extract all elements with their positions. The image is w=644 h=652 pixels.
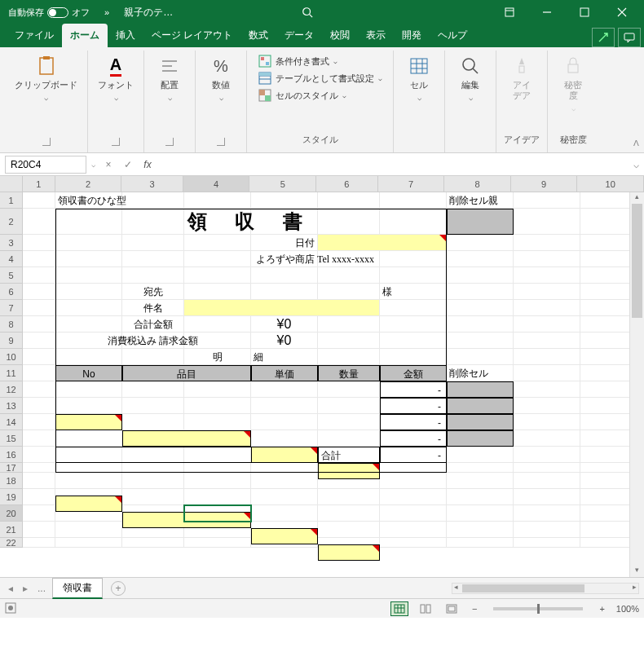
cell[interactable]: 合計 bbox=[318, 447, 380, 463]
cell[interactable] bbox=[318, 398, 380, 414]
cell[interactable] bbox=[514, 300, 580, 316]
zoom-level[interactable]: 100% bbox=[616, 604, 639, 614]
alignment-button[interactable]: 配置⌵ bbox=[151, 54, 188, 104]
cell[interactable] bbox=[184, 505, 251, 522]
cell[interactable] bbox=[55, 381, 122, 398]
cell[interactable] bbox=[184, 192, 251, 209]
cell[interactable] bbox=[184, 489, 251, 505]
cell[interactable] bbox=[55, 447, 318, 463]
cell[interactable] bbox=[23, 284, 55, 300]
cell[interactable] bbox=[447, 235, 514, 251]
row-header[interactable]: 22 bbox=[0, 538, 23, 548]
cell[interactable] bbox=[380, 522, 447, 538]
cell[interactable] bbox=[447, 381, 514, 398]
column-header[interactable]: 8 bbox=[444, 176, 511, 192]
cell[interactable] bbox=[23, 333, 55, 349]
column-header[interactable]: 7 bbox=[378, 176, 445, 192]
zoom-in-button[interactable]: + bbox=[596, 604, 607, 614]
cell[interactable] bbox=[447, 284, 514, 300]
cell[interactable] bbox=[23, 381, 55, 398]
cell[interactable] bbox=[184, 381, 251, 398]
spreadsheet-grid[interactable]: 12345678910 1234567891011121314151617181… bbox=[0, 176, 644, 577]
cell[interactable] bbox=[447, 267, 514, 284]
cell[interactable] bbox=[380, 463, 447, 473]
cell[interactable]: 日付 bbox=[251, 235, 318, 251]
zoom-slider[interactable] bbox=[493, 607, 583, 610]
cell[interactable] bbox=[23, 430, 55, 447]
select-all-cell[interactable] bbox=[0, 176, 23, 192]
cell[interactable] bbox=[514, 505, 580, 522]
cell[interactable] bbox=[122, 463, 184, 473]
zoom-out-button[interactable]: − bbox=[469, 604, 480, 614]
tab-developer[interactable]: 開発 bbox=[394, 24, 430, 47]
name-box-dropdown[interactable]: ⌵ bbox=[88, 161, 99, 169]
ideas-button[interactable]: アイ デア bbox=[503, 54, 540, 103]
cell[interactable] bbox=[514, 489, 580, 505]
share-button[interactable] bbox=[592, 28, 615, 47]
cell[interactable] bbox=[184, 284, 251, 300]
font-button[interactable]: Aフォント⌵ bbox=[95, 54, 137, 104]
cell[interactable] bbox=[447, 489, 514, 505]
cell[interactable] bbox=[122, 251, 184, 267]
row-header[interactable]: 6 bbox=[0, 284, 23, 300]
sensitivity-button[interactable]: 秘密 度⌵ bbox=[554, 54, 592, 114]
cell[interactable]: 件名 bbox=[122, 300, 184, 316]
cell[interactable] bbox=[514, 284, 580, 300]
page-break-view-button[interactable] bbox=[443, 601, 461, 616]
row-header[interactable]: 7 bbox=[0, 300, 23, 316]
conditional-formatting-button[interactable]: 条件付き書式 ⌵ bbox=[257, 54, 384, 68]
cell[interactable] bbox=[251, 489, 318, 505]
cell[interactable] bbox=[184, 414, 251, 430]
cell[interactable] bbox=[122, 398, 184, 414]
prev-sheet-icon[interactable]: ◂ bbox=[5, 583, 16, 594]
cell[interactable] bbox=[514, 414, 580, 430]
cell[interactable] bbox=[251, 192, 318, 209]
cell[interactable] bbox=[380, 316, 447, 333]
cell[interactable] bbox=[447, 522, 514, 538]
search-icon[interactable] bbox=[296, 3, 319, 21]
row-header[interactable]: 19 bbox=[0, 489, 23, 505]
cell[interactable] bbox=[122, 538, 184, 548]
cell[interactable] bbox=[380, 349, 447, 365]
tab-file[interactable]: ファイル bbox=[7, 24, 62, 47]
cell[interactable] bbox=[23, 365, 55, 381]
row-header[interactable]: 13 bbox=[0, 398, 23, 414]
cell[interactable]: - bbox=[380, 398, 447, 414]
clipboard-button[interactable]: クリップボード⌵ bbox=[11, 54, 81, 104]
format-as-table-button[interactable]: テーブルとして書式設定 ⌵ bbox=[257, 71, 384, 86]
cell[interactable] bbox=[514, 398, 580, 414]
cell[interactable] bbox=[251, 414, 318, 430]
row-header[interactable]: 3 bbox=[0, 235, 23, 251]
cell[interactable] bbox=[514, 522, 580, 538]
cell[interactable] bbox=[447, 463, 514, 473]
comments-button[interactable] bbox=[618, 28, 641, 47]
cell-styles-button[interactable]: セルのスタイル ⌵ bbox=[257, 88, 384, 103]
cell[interactable] bbox=[122, 473, 184, 489]
dialog-launcher-icon[interactable] bbox=[217, 138, 225, 146]
tab-insert[interactable]: 挿入 bbox=[108, 24, 143, 47]
cell[interactable] bbox=[447, 430, 514, 447]
sheet-tab-receipt[interactable]: 領収書 bbox=[52, 578, 103, 599]
sheet-list-button[interactable]: ... bbox=[34, 583, 49, 594]
cell[interactable] bbox=[318, 333, 380, 349]
cell[interactable] bbox=[122, 381, 184, 398]
column-header[interactable]: 2 bbox=[55, 176, 122, 192]
cell[interactable] bbox=[447, 473, 514, 489]
row-header[interactable]: 9 bbox=[0, 333, 23, 349]
tab-help[interactable]: ヘルプ bbox=[430, 24, 475, 47]
scroll-up-icon[interactable]: ▴ bbox=[630, 192, 644, 204]
cell[interactable] bbox=[23, 251, 55, 267]
cell[interactable] bbox=[514, 251, 580, 267]
expand-formula-bar[interactable]: ⌵ bbox=[628, 159, 644, 170]
qat-overflow[interactable]: » bbox=[104, 7, 109, 17]
row-header[interactable]: 15 bbox=[0, 430, 23, 447]
cell[interactable] bbox=[251, 430, 318, 447]
cell[interactable] bbox=[380, 538, 447, 548]
cell[interactable] bbox=[514, 463, 580, 473]
cell[interactable] bbox=[318, 489, 380, 505]
column-header[interactable]: 10 bbox=[577, 176, 644, 192]
row-header[interactable]: 11 bbox=[0, 365, 23, 381]
cell[interactable] bbox=[251, 463, 318, 473]
cell[interactable] bbox=[184, 473, 251, 489]
cell[interactable]: 様 bbox=[380, 284, 447, 300]
